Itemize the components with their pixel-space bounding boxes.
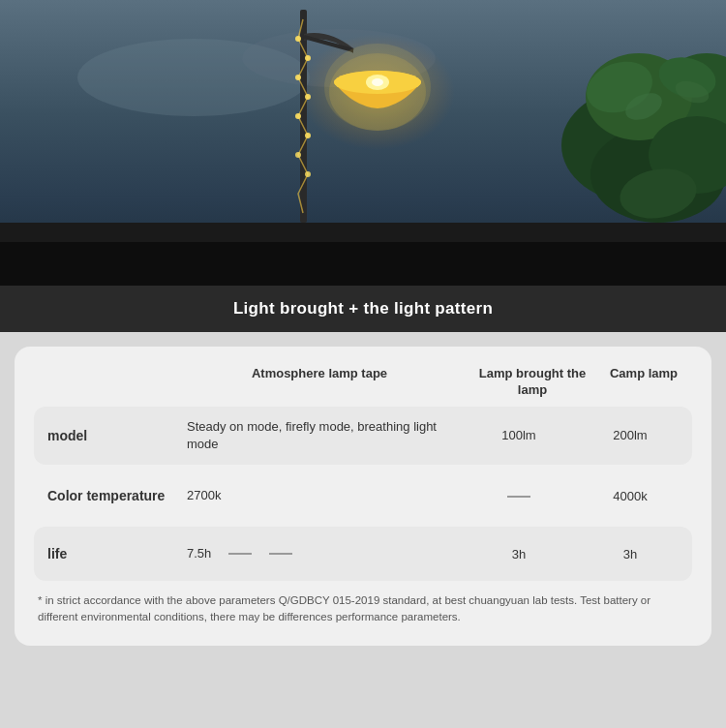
dash-icon (507, 496, 530, 498)
svg-point-11 (305, 133, 311, 138)
dash-icon-3 (269, 553, 292, 555)
footnote: * in strict accordance with the above pa… (34, 592, 692, 626)
col-header-1 (34, 366, 169, 399)
svg-rect-5 (300, 10, 307, 223)
table-header: Atmosphere lamp tape Lamp brought the la… (34, 366, 692, 399)
dash-icon-2 (228, 553, 252, 555)
info-card: Atmosphere lamp tape Lamp brought the la… (15, 347, 711, 646)
table-row-color-temp: Color temperature 2700k 4000k (34, 472, 692, 519)
row-label-color-temp: Color temperature (47, 488, 183, 503)
col-header-4: Camp lamp (595, 366, 692, 399)
table-row-model: model Steady on mode, firefly mode, brea… (34, 407, 692, 465)
row-label-model: model (47, 428, 183, 443)
row-value-life-camp: 3h (582, 547, 679, 561)
row-value-life-lamp: 3h (456, 547, 582, 561)
row-value-color-temp-lamp (456, 489, 582, 503)
svg-point-12 (295, 152, 301, 158)
svg-point-6 (295, 36, 301, 42)
svg-point-7 (305, 55, 311, 61)
hero-image (0, 0, 726, 286)
col-header-2: Atmosphere lamp tape (169, 366, 469, 399)
row-value-model-modes: Steady on mode, firefly mode, breathing … (183, 418, 456, 453)
life-hours-val: 7.5h (187, 545, 211, 562)
row-value-color-temp-val: 2700k (183, 487, 456, 504)
hero-section: Light brought + the light pattern (0, 0, 726, 332)
row-label-life: life (47, 546, 183, 561)
row-value-model-camp: 200lm (582, 428, 679, 442)
caption-bar: Light brought + the light pattern (0, 286, 726, 332)
svg-point-10 (295, 113, 301, 119)
row-value-model-lamp: 100lm (456, 428, 582, 442)
svg-rect-21 (0, 223, 726, 242)
svg-point-13 (305, 171, 311, 177)
row-value-color-temp-camp: 4000k (582, 489, 679, 503)
row-value-life-hours: 7.5h (183, 545, 456, 562)
table-row-life: life 7.5h 3h 3h (34, 527, 692, 581)
caption-text: Light brought + the light pattern (233, 299, 493, 318)
svg-point-8 (295, 75, 301, 80)
svg-point-9 (305, 94, 311, 100)
col-header-3: Lamp brought the lamp (469, 366, 595, 399)
svg-point-19 (372, 78, 383, 86)
